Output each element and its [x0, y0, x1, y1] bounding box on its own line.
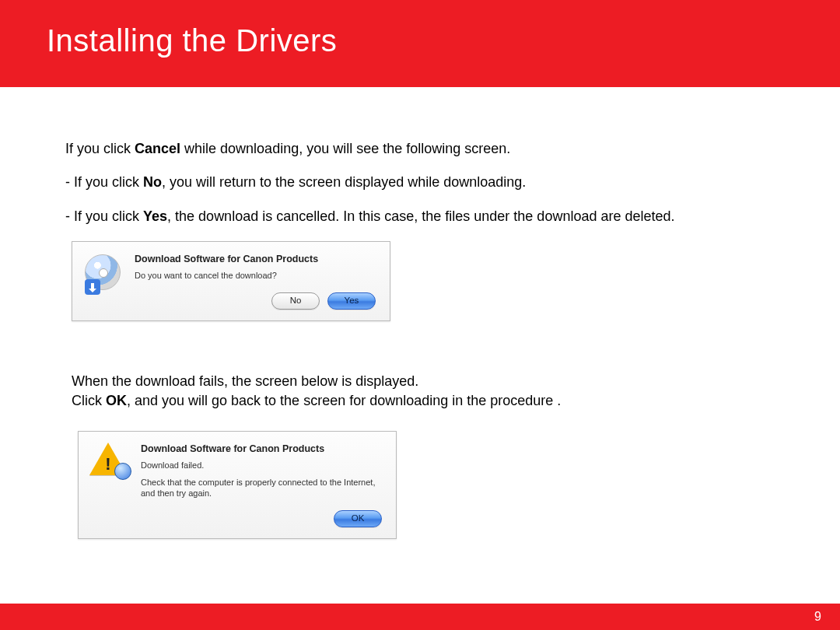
cancel-download-dialog: Download Software for Canon Products Do …	[72, 241, 390, 321]
dialog1-message: Do you want to cancel the download?	[135, 270, 379, 281]
download-failed-dialog: Download Software for Canon Products Dow…	[78, 431, 397, 539]
bullet2-bold: Yes	[143, 208, 167, 224]
dialog2-msg2: Check that the computer is properly conn…	[141, 477, 385, 499]
dialog1-title: Download Software for Canon Products	[135, 253, 379, 265]
dialog2-msg1: Download failed.	[141, 460, 385, 471]
page-number: 9	[814, 610, 821, 624]
download-failed-section: When the download fails, the screen belo…	[65, 373, 775, 539]
bullet-no: - If you click No, you will return to th…	[65, 173, 775, 191]
fail-line2-bold: OK	[106, 393, 127, 408]
bullet1-bold: No	[143, 174, 162, 190]
fail-line2-post: , and you will go back to the screen for…	[127, 393, 561, 408]
fail-line2-pre: Click	[72, 393, 106, 408]
warning-network-icon	[89, 443, 130, 483]
page-title: Installing the Drivers	[47, 23, 793, 58]
slide-header: Installing the Drivers	[0, 0, 840, 87]
bullet-yes: - If you click Yes, the download is canc…	[65, 208, 775, 226]
bullet1-post: , you will return to the screen displaye…	[162, 174, 526, 190]
download-disc-icon	[83, 253, 124, 293]
fail-line2: Click OK, and you will go back to the sc…	[72, 392, 775, 410]
bullet2-post: , the download is cancelled. In this cas…	[167, 208, 674, 224]
intro-bold: Cancel	[135, 141, 180, 156]
yes-button[interactable]: Yes	[327, 292, 376, 310]
content-area: If you click Cancel while downloading, y…	[0, 87, 840, 539]
slide-footer: 9	[0, 604, 840, 630]
bullet2-pre: - If you click	[65, 208, 143, 224]
no-button[interactable]: No	[271, 292, 320, 310]
intro-pre: If you click	[65, 141, 135, 156]
intro-post: while downloading, you will see the foll…	[180, 141, 510, 156]
fail-line1: When the download fails, the screen belo…	[72, 373, 775, 390]
intro-paragraph: If you click Cancel while downloading, y…	[65, 140, 775, 158]
ok-button[interactable]: OK	[334, 510, 382, 527]
dialog2-title: Download Software for Canon Products	[141, 443, 385, 455]
bullet1-pre: - If you click	[65, 174, 143, 190]
